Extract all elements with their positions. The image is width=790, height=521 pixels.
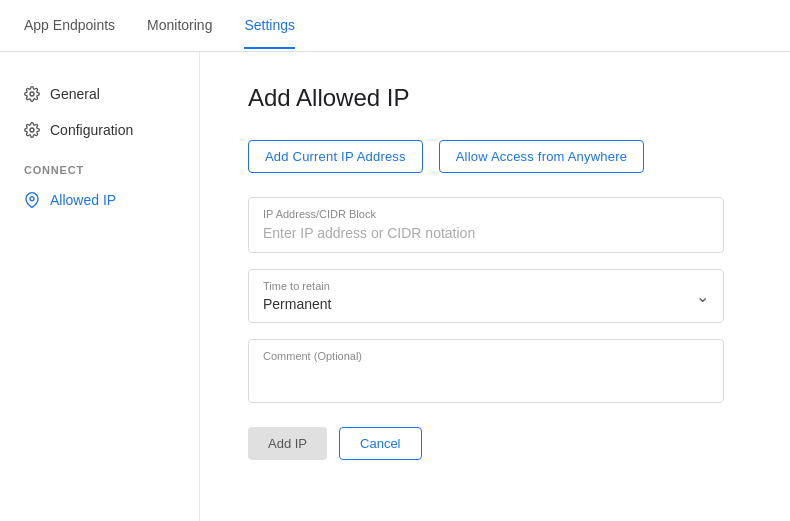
comment-field-container: Comment (Optional) [248,339,742,403]
tab-app-endpoints[interactable]: App Endpoints [24,3,115,49]
sidebar-section-connect: CONNECT [0,148,199,182]
chevron-down-icon: ⌄ [696,287,709,306]
sidebar-configuration-label: Configuration [50,122,133,138]
cancel-button[interactable]: Cancel [339,427,421,460]
tab-settings[interactable]: Settings [244,3,295,49]
time-retain-value: Permanent [263,296,331,312]
sidebar-allowed-ip-label: Allowed IP [50,192,116,208]
bottom-buttons: Add IP Cancel [248,427,742,460]
sidebar-item-general[interactable]: General [0,76,199,112]
page-layout: General Configuration CONNECT Allowed IP… [0,52,790,521]
svg-point-1 [30,128,34,132]
sidebar: General Configuration CONNECT Allowed IP [0,52,200,521]
tab-monitoring[interactable]: Monitoring [147,3,212,49]
top-navigation: App Endpoints Monitoring Settings [0,0,790,52]
time-field-container: Time to retain Permanent ⌄ [248,269,742,323]
ip-address-input[interactable] [263,225,709,241]
ip-field-label: IP Address/CIDR Block [263,208,709,220]
svg-point-0 [30,92,34,96]
gear-icon [24,122,40,138]
comment-field-box: Comment (Optional) [248,339,724,403]
ip-field-container: IP Address/CIDR Block [248,197,742,253]
page-title: Add Allowed IP [248,84,742,112]
sidebar-general-label: General [50,86,100,102]
time-retain-select[interactable]: Time to retain Permanent ⌄ [248,269,724,323]
comment-field-label: Comment (Optional) [263,350,709,362]
gear-icon [24,86,40,102]
add-ip-button[interactable]: Add IP [248,427,327,460]
allow-anywhere-button[interactable]: Allow Access from Anywhere [439,140,644,173]
svg-point-2 [30,197,34,201]
time-field-label: Time to retain [263,280,331,292]
sidebar-item-allowed-ip[interactable]: Allowed IP [0,182,199,218]
comment-input[interactable] [263,366,709,382]
action-buttons-row: Add Current IP Address Allow Access from… [248,140,742,173]
ip-field-box: IP Address/CIDR Block [248,197,724,253]
add-current-ip-button[interactable]: Add Current IP Address [248,140,423,173]
main-content: Add Allowed IP Add Current IP Address Al… [200,52,790,521]
pin-icon [24,192,40,208]
sidebar-item-configuration[interactable]: Configuration [0,112,199,148]
